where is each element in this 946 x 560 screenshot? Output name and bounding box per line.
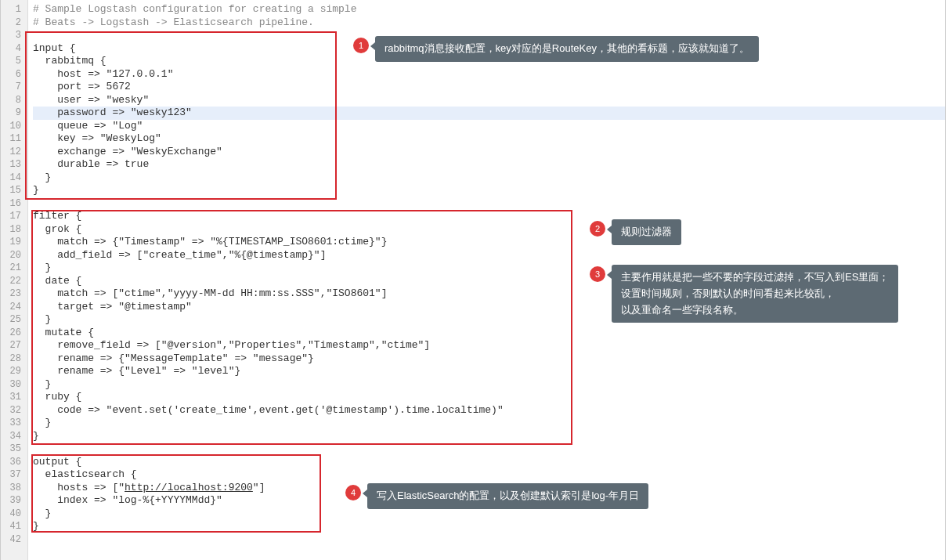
code-line[interactable]: remove_field => ["@version","Properties"…	[33, 339, 945, 352]
annotation-callout: rabbitmq消息接收配置，key对应的是RouteKey，其他的看标题，应该…	[375, 36, 759, 62]
line-number: 14	[1, 172, 27, 185]
line-number: 4	[1, 42, 27, 56]
code-line[interactable]: # Sample Logstash configuration for crea…	[33, 3, 945, 16]
code-line[interactable]: code => "event.set('create_time',event.g…	[33, 404, 945, 417]
line-number: 33	[1, 417, 27, 430]
annotation-callout: 规则过滤器	[612, 219, 681, 245]
code-line[interactable]: port => 5672	[33, 81, 945, 94]
code-line[interactable]: exchange => "WeskyExchange"	[33, 146, 945, 159]
line-number: 37	[1, 468, 27, 482]
line-number: 6	[1, 68, 27, 81]
annotation: 3主要作用就是把一些不要的字段过滤掉，不写入到ES里面；设置时间规则，否则默认的…	[590, 265, 898, 323]
line-number: 40	[1, 508, 27, 521]
annotation-callout: 主要作用就是把一些不要的字段过滤掉，不写入到ES里面；设置时间规则，否则默认的时…	[612, 265, 898, 323]
code-line[interactable]: password => "wesky123"	[33, 107, 945, 120]
line-number: 24	[1, 301, 27, 314]
line-number: 42	[1, 533, 27, 547]
code-line[interactable]: rename => {"MessageTemplate" => "message…	[33, 352, 945, 366]
line-number: 17	[1, 210, 27, 223]
line-number: 34	[1, 430, 27, 443]
line-number: 36	[1, 456, 27, 469]
annotation: 2规则过滤器	[590, 219, 681, 245]
code-line[interactable]: }	[33, 417, 945, 430]
line-number: 18	[1, 223, 27, 237]
annotation-badge: 3	[590, 266, 605, 282]
code-line[interactable]: durable => true	[33, 158, 945, 172]
code-line[interactable]	[33, 443, 945, 456]
line-number: 26	[1, 327, 27, 340]
code-line[interactable]: add_field => ["create_time","%{@timestam…	[33, 249, 945, 262]
line-number: 38	[1, 482, 27, 495]
code-line[interactable]: }	[33, 520, 945, 533]
code-line[interactable]: user => "wesky"	[33, 94, 945, 107]
line-number: 30	[1, 378, 27, 392]
line-number: 21	[1, 262, 27, 275]
line-number: 29	[1, 365, 27, 378]
line-number: 15	[1, 184, 27, 197]
code-line[interactable]: mutate {	[33, 327, 945, 340]
line-number: 5	[1, 55, 27, 68]
annotation: 1rabbitmq消息接收配置，key对应的是RouteKey，其他的看标题，应…	[353, 36, 759, 62]
line-number: 35	[1, 443, 27, 456]
line-number: 39	[1, 494, 27, 508]
line-number: 23	[1, 287, 27, 301]
line-number: 32	[1, 404, 27, 417]
line-number: 22	[1, 275, 27, 288]
line-number: 9	[1, 107, 27, 120]
line-number: 13	[1, 158, 27, 172]
code-line[interactable]: grok {	[33, 223, 945, 237]
code-line[interactable]: }	[33, 184, 945, 197]
code-line[interactable]: }	[33, 508, 945, 521]
code-line[interactable]: output {	[33, 456, 945, 469]
line-number: 10	[1, 120, 27, 133]
line-number: 20	[1, 249, 27, 262]
code-line[interactable]: match => {"Timestamp" => "%{TIMESTAMP_IS…	[33, 236, 945, 249]
annotation: 4写入ElasticSearch的配置，以及创建默认索引是log-年月日	[345, 483, 648, 509]
code-line[interactable]: queue => "Log"	[33, 120, 945, 133]
code-line[interactable]: # Beats -> Logstash -> Elasticsearch pip…	[33, 16, 945, 30]
line-number: 19	[1, 236, 27, 249]
code-line[interactable]: elasticsearch {	[33, 468, 945, 482]
code-line[interactable]: filter {	[33, 210, 945, 223]
line-number: 25	[1, 313, 27, 327]
code-line[interactable]: rename => {"Level" => "level"}	[33, 365, 945, 378]
code-line[interactable]	[33, 533, 945, 547]
line-number: 41	[1, 520, 27, 533]
line-number: 3	[1, 29, 27, 42]
line-number: 16	[1, 197, 27, 211]
annotation-callout: 写入ElasticSearch的配置，以及创建默认索引是log-年月日	[367, 483, 648, 509]
code-line[interactable]: host => "127.0.0.1"	[33, 68, 945, 81]
line-number: 1	[1, 3, 27, 16]
line-number: 31	[1, 391, 27, 404]
line-number: 7	[1, 81, 27, 94]
line-number: 11	[1, 132, 27, 146]
annotation-badge: 1	[353, 38, 369, 53]
code-line[interactable]: key => "WeskyLog"	[33, 132, 945, 146]
line-number: 2	[1, 16, 27, 30]
code-line[interactable]: }	[33, 378, 945, 392]
line-number: 8	[1, 94, 27, 107]
line-number: 27	[1, 339, 27, 352]
code-line[interactable]	[33, 197, 945, 211]
code-line[interactable]: }	[33, 172, 945, 185]
code-line[interactable]: ruby {	[33, 391, 945, 404]
line-number: 12	[1, 146, 27, 159]
annotation-badge: 4	[345, 485, 361, 500]
line-number-gutter: 1234567891011121314151617181920212223242…	[1, 0, 28, 560]
code-line[interactable]: }	[33, 430, 945, 443]
line-number: 28	[1, 352, 27, 366]
annotation-badge: 2	[590, 221, 605, 237]
